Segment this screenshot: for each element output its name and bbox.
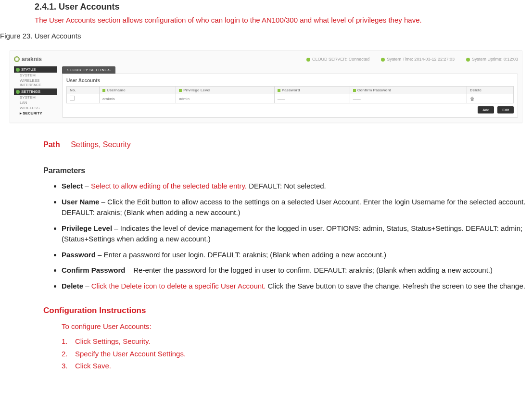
logo-ring-icon bbox=[14, 56, 20, 62]
ss-sidebar: STATUS SYSTEM WIRELESS INTERFACE SETTING… bbox=[14, 66, 57, 118]
config-steps: Click Settings, Security. Specify the Us… bbox=[43, 335, 532, 372]
cell-priv: admin bbox=[176, 94, 275, 103]
path-value: Settings, Security bbox=[71, 140, 131, 149]
param-delete: Delete – Click the Delete icon to delete… bbox=[62, 281, 532, 292]
section-heading: 2.4.1. User Accounts bbox=[35, 2, 532, 12]
config-heading: Configuration Instructions bbox=[43, 306, 532, 315]
sidebar-group-settings[interactable]: SETTINGS bbox=[14, 88, 57, 95]
th-no: No. bbox=[67, 87, 100, 94]
edit-button[interactable]: Edit bbox=[497, 106, 514, 113]
ss-topbar: araknis CLOUD SERVER: Connected System T… bbox=[14, 54, 518, 64]
parameters-heading: Parameters bbox=[43, 166, 532, 175]
system-time: System Time: 2014-03-12 22:27:03 bbox=[381, 57, 455, 62]
cell-delete[interactable]: 🗑 bbox=[467, 94, 513, 103]
ss-status-bar: CLOUD SERVER: Connected System Time: 201… bbox=[306, 57, 518, 62]
user-accounts-table: No. Username Privilege Level Password Co… bbox=[66, 86, 514, 103]
doc-content: Path Settings, Security Parameters Selec… bbox=[43, 140, 532, 372]
th-password: Password bbox=[274, 87, 350, 94]
th-confirm: Confirm Password bbox=[350, 87, 467, 94]
path-label: Path bbox=[43, 140, 60, 149]
cell-password: —— bbox=[274, 94, 350, 103]
panel-buttons: Add Edit bbox=[66, 106, 514, 113]
security-settings-tab[interactable]: SECURITY SETTINGS bbox=[62, 66, 115, 74]
figure-caption: Figure 23. User Accounts bbox=[0, 32, 532, 40]
trash-icon[interactable]: 🗑 bbox=[470, 96, 475, 101]
config-intro: To configure User Accounts: bbox=[62, 322, 532, 330]
table-row: araknis admin —— —— 🗑 bbox=[67, 94, 514, 103]
sidebar-item-wireless-if[interactable]: WIRELESS INTERFACE bbox=[14, 78, 57, 88]
system-uptime: System Uptime: 0:12:03 bbox=[466, 57, 518, 62]
step-2: Specify the User Account Settings. bbox=[62, 348, 532, 360]
param-username: User Name – Click the Edit button to all… bbox=[62, 197, 532, 218]
user-accounts-panel: User Accounts No. Username Privilege Lev… bbox=[62, 74, 518, 118]
param-privilege: Privilege Level – Indicates the level of… bbox=[62, 223, 532, 245]
th-username: Username bbox=[99, 87, 176, 94]
section-intro: The User Accounts section allows configu… bbox=[35, 15, 532, 25]
cell-confirm: —— bbox=[350, 94, 467, 103]
sidebar-item-wireless[interactable]: WIRELESS bbox=[14, 105, 57, 111]
param-select: Select – Select to allow editing of the … bbox=[62, 181, 532, 192]
ss-main: SECURITY SETTINGS User Accounts No. User… bbox=[62, 66, 518, 118]
step-3: Click Save. bbox=[62, 360, 532, 372]
sidebar-item-security[interactable]: ▸ SECURITY bbox=[14, 111, 57, 116]
cell-select[interactable] bbox=[67, 94, 100, 103]
th-priv: Privilege Level bbox=[176, 87, 275, 94]
th-delete: Delete bbox=[467, 87, 513, 94]
cell-username: araknis bbox=[99, 94, 176, 103]
select-checkbox[interactable] bbox=[70, 96, 75, 101]
parameters-list: Select – Select to allow editing of the … bbox=[43, 181, 532, 291]
add-button[interactable]: Add bbox=[478, 106, 494, 113]
embedded-screenshot: araknis CLOUD SERVER: Connected System T… bbox=[10, 50, 522, 123]
param-password: Password – Enter a password for user log… bbox=[62, 250, 532, 261]
step-1: Click Settings, Security. bbox=[62, 335, 532, 348]
logo-text: araknis bbox=[22, 56, 42, 63]
sidebar-item-system2[interactable]: SYSTEM bbox=[14, 95, 57, 100]
sidebar-item-system1[interactable]: SYSTEM bbox=[14, 73, 57, 78]
sidebar-group-status[interactable]: STATUS bbox=[14, 66, 57, 73]
sidebar-item-lan[interactable]: LAN bbox=[14, 100, 57, 105]
brand-logo: araknis bbox=[14, 56, 42, 63]
cloud-server-status: CLOUD SERVER: Connected bbox=[306, 57, 369, 62]
panel-title: User Accounts bbox=[66, 78, 514, 83]
path-line: Path Settings, Security bbox=[43, 140, 532, 149]
param-confirm: Confirm Password – Re-enter the password… bbox=[62, 265, 532, 276]
